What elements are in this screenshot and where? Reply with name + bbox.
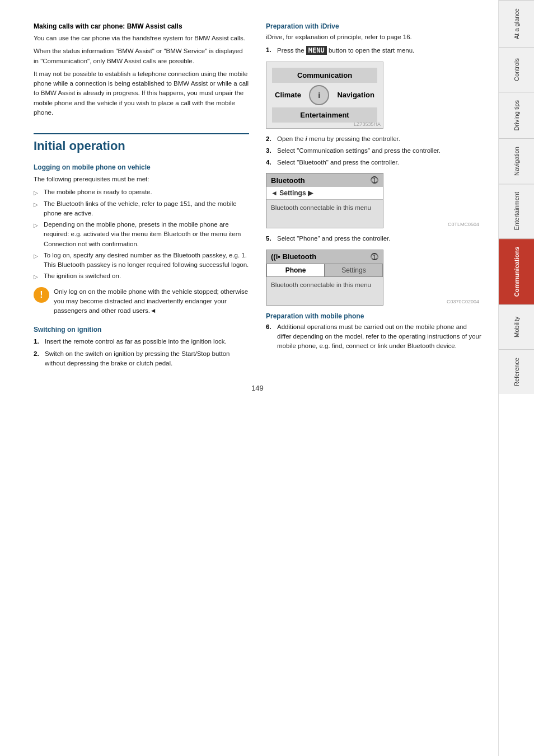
tab-navigation[interactable]: Navigation <box>499 138 534 184</box>
prep-idrive-heading: Preparation with iDrive <box>266 22 481 30</box>
list-item: The ignition is switched on. <box>34 271 249 281</box>
step4-text: Select "Bluetooth" and press the control… <box>277 159 399 166</box>
logging-bullets-list: The mobile phone is ready to operate. Th… <box>34 187 249 281</box>
logging-heading: Logging on mobile phone on vehicle <box>34 163 249 171</box>
bt-body-1: Bluetooth connectable in this menu <box>266 200 383 228</box>
idrive-steps-2: 2. Open the i menu by pressing the contr… <box>266 134 481 168</box>
warning-text: Only log on on the mobile phone with the… <box>54 287 249 316</box>
idrive-menu-inner: Communication Climate i Navigation Enter… <box>266 62 383 128</box>
idrive-bottom-item: Entertainment <box>272 107 377 123</box>
list-item: 4. Select "Bluetooth" and press the cont… <box>266 158 481 167</box>
tab-entertainment[interactable]: Entertainment <box>499 184 534 238</box>
bt-screen-title-2: ((i• Bluetooth <box>271 252 316 261</box>
prep-idrive-p1: iDrive, for explanation of principle, re… <box>266 32 481 42</box>
switching-steps: 1. Insert the remote control as far as p… <box>34 337 249 368</box>
tab-mobility[interactable]: Mobility <box>499 304 534 349</box>
bt-body-2: Bluetooth connectable in this menu <box>266 277 383 305</box>
right-column: Preparation with iDrive iDrive, for expl… <box>266 22 481 373</box>
list-item: Depending on the mobile phone, presets i… <box>34 220 249 249</box>
warning-icon: ! <box>34 287 49 303</box>
list-item: 2. Switch on the switch on ignition by p… <box>34 349 249 369</box>
bt-screen-graphic-2: ((i• Bluetooth ⓵ Phone Settings Bluetoot… <box>266 250 383 306</box>
logging-prereq: The following prerequisites must be met: <box>34 175 249 184</box>
tab-at-a-glance[interactable]: At a glance <box>499 0 534 47</box>
bt-screen-header-1: Bluetooth ⓵ <box>266 173 383 187</box>
tab-controls[interactable]: Controls <box>499 47 534 92</box>
bt-screen-title-1: Bluetooth <box>271 176 305 185</box>
mobile-steps: 6. Additional operations must be carried… <box>266 322 481 351</box>
bt-tab-phone: Phone <box>266 264 325 277</box>
making-calls-p3: It may not be possible to establish a te… <box>34 69 249 118</box>
idrive-top-item: Communication <box>272 68 377 83</box>
step2-text: Open the i menu by pressing the controll… <box>277 135 400 142</box>
idrive-right-item: Navigation <box>337 91 374 99</box>
page-container: Making calls with car phone: BMW Assist … <box>0 0 534 756</box>
main-content: Making calls with car phone: BMW Assist … <box>0 0 498 756</box>
list-item: 6. Additional operations must be carried… <box>266 322 481 351</box>
making-calls-p2: When the status information "BMW Assist"… <box>34 46 249 66</box>
list-item: To log on, specify any desired number as… <box>34 251 249 270</box>
two-column-layout: Making calls with car phone: BMW Assist … <box>34 22 481 373</box>
bt-settings-row: ◄ Settings ▶ <box>266 187 383 200</box>
list-item: 3. Select "Communication settings" and p… <box>266 146 481 156</box>
step3-text: Select "Communication settings" and pres… <box>277 147 441 154</box>
right-tabs: At a glance Controls Driving tips Naviga… <box>498 0 534 756</box>
idrive-steps: 1. Press the MENU button to open the sta… <box>266 45 481 55</box>
step5-text: Select "Phone" and press the controller. <box>277 235 391 242</box>
screen-id: LZ73535HA <box>354 121 381 127</box>
tab-communications[interactable]: Communications <box>499 238 534 304</box>
bt-screen-header-2: ((i• Bluetooth ⓵ <box>266 250 383 264</box>
menu-button-label: MENU <box>306 46 327 55</box>
bluetooth-screen-2: ((i• Bluetooth ⓵ Phone Settings Bluetoot… <box>266 250 481 306</box>
tab-reference[interactable]: Reference <box>499 349 534 394</box>
list-item: 1. Insert the remote control as far as p… <box>34 337 249 346</box>
tab-driving-tips[interactable]: Driving tips <box>499 92 534 138</box>
bluetooth-screen-1: Bluetooth ⓵ ◄ Settings ▶ Bluetooth conne… <box>266 173 481 228</box>
making-calls-heading: Making calls with car phone: BMW Assist … <box>34 22 249 30</box>
prep-mobile-heading: Preparation with mobile phone <box>266 312 481 320</box>
list-item: 5. Select "Phone" and press the controll… <box>266 234 481 243</box>
list-item: 1. Press the MENU button to open the sta… <box>266 45 481 55</box>
warning-box: ! Only log on on the mobile phone with t… <box>34 287 249 316</box>
switching-ignition-heading: Switching on ignition <box>34 326 249 334</box>
bluetooth-icon-2: ⓵ <box>371 252 378 261</box>
page-number: 149 <box>34 384 481 392</box>
idrive-steps-3: 5. Select "Phone" and press the controll… <box>266 234 481 243</box>
list-item: The mobile phone is ready to operate. <box>34 187 249 197</box>
idrive-menu-diagram: Communication Climate i Navigation Enter… <box>266 62 481 129</box>
list-item: The Bluetooth links of the vehicle, refe… <box>34 199 249 219</box>
idrive-center-item: i <box>309 85 329 105</box>
making-calls-p1: You can use the car phone via the handsf… <box>34 34 249 43</box>
idrive-menu-graphic: Communication Climate i Navigation Enter… <box>266 62 383 129</box>
step1-text: Press the MENU button to open the start … <box>277 47 414 54</box>
left-column: Making calls with car phone: BMW Assist … <box>34 22 249 373</box>
bt-tabs: Phone Settings <box>266 264 383 277</box>
idrive-left-item: Climate <box>275 91 301 99</box>
step6-text: Additional operations must be carried ou… <box>277 323 481 350</box>
bt-screen-graphic-1: Bluetooth ⓵ ◄ Settings ▶ Bluetooth conne… <box>266 173 383 228</box>
bluetooth-icon-1: ⓵ <box>371 176 378 185</box>
initial-operation-heading: Initial operation <box>34 133 249 153</box>
bt-tab-settings: Settings <box>325 264 383 277</box>
list-item: 2. Open the i menu by pressing the contr… <box>266 134 481 144</box>
